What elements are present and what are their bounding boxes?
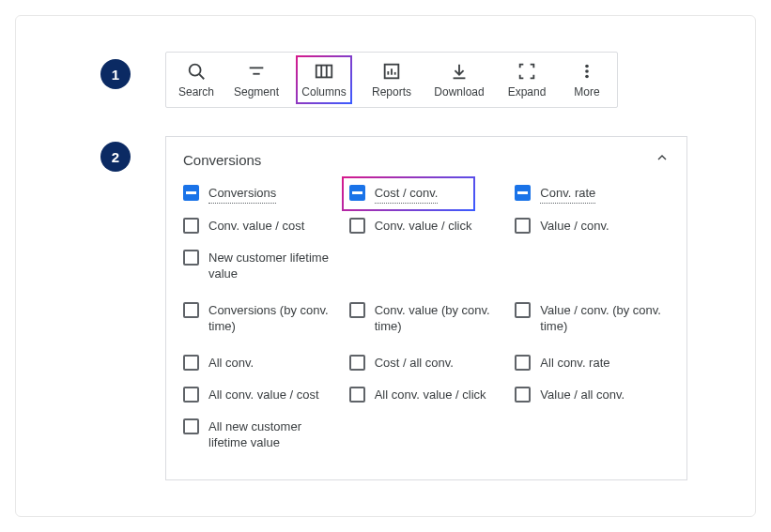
- metric-conv-rate[interactable]: Conv. rate: [515, 184, 670, 204]
- svg-line-1: [199, 74, 204, 79]
- metric-conversions[interactable]: Conversions: [183, 184, 338, 204]
- svg-rect-4: [316, 66, 332, 78]
- metric-all-conv-rate[interactable]: All conv. rate: [515, 354, 670, 372]
- toolbar-columns[interactable]: Columns: [290, 53, 358, 107]
- checkbox-empty-icon: [183, 302, 199, 318]
- metric-label: Value / all conv.: [540, 386, 625, 403]
- metric-label: Cost / all conv.: [375, 354, 454, 372]
- checkbox-empty-icon: [183, 418, 199, 434]
- metric-value-all-conv[interactable]: Value / all conv.: [515, 386, 670, 404]
- metric-label: Conversions: [208, 184, 276, 204]
- chevron-up-icon: [655, 150, 670, 169]
- step-badge-2: 2: [100, 142, 131, 172]
- metric-label: All conv. rate: [540, 354, 609, 372]
- metric-label: All conv. value / cost: [208, 386, 319, 403]
- download-icon: [449, 61, 470, 82]
- toolbar-more[interactable]: More: [561, 53, 613, 107]
- metric-all-conv-value-click[interactable]: All conv. value / click: [349, 386, 504, 404]
- metric-label: Conv. value / cost: [208, 217, 304, 235]
- checkbox-empty-icon: [349, 302, 365, 318]
- panel-title: Conversions: [183, 152, 261, 168]
- checkbox-indeterminate-icon: [183, 185, 199, 201]
- table-toolbar: Search Segment Columns Reports Download …: [165, 52, 618, 108]
- metric-all-conv[interactable]: All conv.: [183, 354, 338, 372]
- reports-icon: [381, 61, 402, 82]
- metric-new-cust-ltv[interactable]: New customer lifetime value: [183, 249, 338, 282]
- metric-all-new-cust-ltv[interactable]: All new customer lifetime value: [183, 418, 338, 451]
- metric-conv-value-by-time[interactable]: Conv. value (by conv. time): [349, 301, 504, 335]
- conversions-panel: Conversions Conversions Cost / conv. Con: [165, 136, 687, 480]
- checkbox-empty-icon: [183, 355, 199, 371]
- metric-conv-by-time[interactable]: Conversions (by conv. time): [183, 301, 338, 335]
- toolbar-reports[interactable]: Reports: [358, 53, 425, 107]
- toolbar-label: Columns: [301, 85, 346, 99]
- toolbar-label: Search: [178, 85, 214, 99]
- toolbar-download[interactable]: Download: [425, 53, 493, 107]
- step-badge-1: 1: [100, 59, 131, 89]
- metric-label: All conv. value / click: [375, 386, 486, 403]
- checkbox-empty-icon: [349, 218, 365, 234]
- toolbar-expand[interactable]: Expand: [493, 53, 561, 107]
- toolbar-label: Segment: [234, 85, 279, 99]
- metric-label: Conv. rate: [540, 184, 595, 204]
- toolbar-label: Expand: [508, 85, 547, 99]
- metric-label: New customer lifetime value: [208, 249, 338, 282]
- checkbox-empty-icon: [515, 387, 531, 403]
- metric-label: All new customer lifetime value: [208, 418, 338, 451]
- search-icon: [186, 61, 207, 82]
- metric-label: All conv.: [208, 354, 254, 372]
- checkbox-empty-icon: [349, 355, 365, 371]
- metric-conv-value-click[interactable]: Conv. value / click: [349, 217, 504, 236]
- toolbar-search[interactable]: Search: [170, 53, 223, 107]
- more-vertical-icon: [577, 61, 597, 82]
- svg-point-14: [585, 69, 589, 73]
- svg-point-0: [190, 65, 201, 76]
- segment-icon: [246, 61, 267, 82]
- checkbox-empty-icon: [515, 355, 531, 371]
- metric-cost-all-conv[interactable]: Cost / all conv.: [349, 354, 504, 372]
- toolbar-segment[interactable]: Segment: [223, 53, 290, 107]
- checkbox-indeterminate-icon: [515, 185, 531, 201]
- metric-label: Cost / conv.: [375, 184, 439, 204]
- metric-value-conv-by-time[interactable]: Value / conv. (by conv. time): [515, 301, 670, 335]
- metric-label: Conv. value / click: [375, 217, 472, 235]
- metric-label: Value / conv.: [540, 217, 609, 235]
- panel-body: Conversions Cost / conv. Conv. rate Conv…: [166, 178, 686, 479]
- screenshot-frame: 1 2 Search Segment Columns Reports Downl…: [15, 15, 756, 517]
- metric-value-conv[interactable]: Value / conv.: [515, 217, 670, 236]
- checkbox-empty-icon: [349, 387, 365, 403]
- toolbar-label: Download: [434, 85, 484, 99]
- metric-label: Conversions (by conv. time): [208, 301, 338, 335]
- metric-conv-value-cost[interactable]: Conv. value / cost: [183, 217, 338, 236]
- checkbox-empty-icon: [515, 218, 531, 234]
- checkbox-indeterminate-icon: [349, 185, 365, 201]
- checkbox-empty-icon: [183, 218, 199, 234]
- toolbar-label: Reports: [372, 85, 411, 99]
- svg-point-15: [585, 75, 589, 79]
- panel-header[interactable]: Conversions: [166, 137, 686, 178]
- metric-cost-per-conv[interactable]: Cost / conv.: [349, 184, 504, 204]
- metric-label: Value / conv. (by conv. time): [540, 301, 670, 335]
- checkbox-empty-icon: [183, 250, 199, 266]
- checkbox-empty-icon: [183, 387, 199, 403]
- expand-icon: [517, 61, 537, 82]
- checkbox-empty-icon: [515, 302, 531, 318]
- metric-label: Conv. value (by conv. time): [375, 301, 504, 335]
- toolbar-label: More: [574, 85, 599, 99]
- metric-all-conv-value-cost[interactable]: All conv. value / cost: [183, 386, 338, 404]
- svg-point-13: [585, 65, 589, 68]
- columns-icon: [314, 61, 334, 82]
